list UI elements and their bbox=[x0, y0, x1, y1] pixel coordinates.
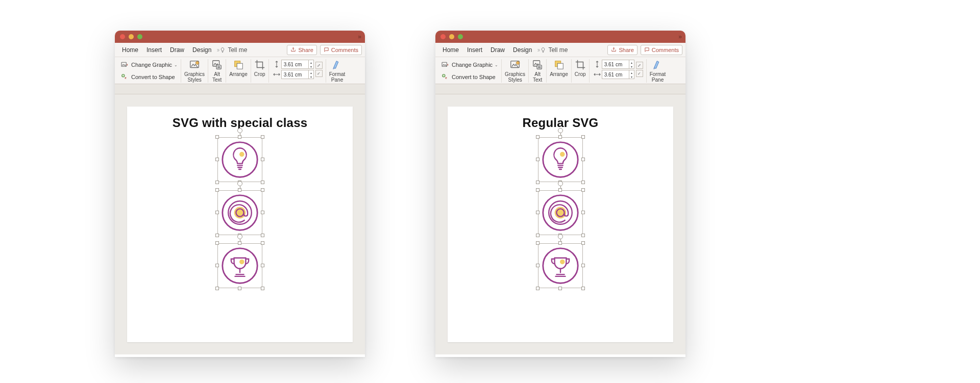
share-icon bbox=[290, 47, 296, 53]
trophy-circle-icon bbox=[219, 245, 260, 286]
convert-to-shape-button[interactable]: Convert to Shape bbox=[120, 72, 175, 82]
traffic-lights[interactable] bbox=[120, 34, 142, 39]
selected-graphic-trophy[interactable] bbox=[538, 243, 583, 288]
titlebar[interactable]: » bbox=[435, 31, 685, 43]
height-field[interactable]: 3.61 cm bbox=[281, 60, 309, 69]
rotate-handle-icon[interactable] bbox=[558, 234, 563, 239]
width-icon bbox=[272, 70, 281, 79]
height-stepper[interactable]: ▴▾ bbox=[629, 60, 634, 69]
tab-design[interactable]: Design bbox=[509, 46, 536, 54]
height-field[interactable]: 3.61 cm bbox=[602, 60, 629, 69]
rotate-handle-icon[interactable] bbox=[558, 128, 563, 133]
tell-me-label: Tell me bbox=[228, 46, 247, 54]
selected-graphic-at[interactable] bbox=[538, 190, 583, 235]
alt-text-button[interactable]: Alt Text bbox=[211, 59, 223, 83]
tab-insert[interactable]: Insert bbox=[142, 46, 166, 54]
change-graphic-button[interactable]: Change Graphic ⌄ bbox=[440, 60, 498, 69]
close-icon[interactable] bbox=[120, 34, 125, 39]
svg-point-27 bbox=[560, 260, 565, 265]
app-window-left: » Home Insert Draw Design ›› Tell me Sha… bbox=[115, 31, 365, 357]
app-window-right: » Home Insert Draw Design ›› Tell me Sha… bbox=[435, 31, 685, 357]
size-check-icon[interactable]: ✓ bbox=[636, 70, 643, 77]
graphics-styles-icon bbox=[189, 59, 200, 70]
close-icon[interactable] bbox=[440, 34, 446, 39]
arrange-button[interactable]: Arrange bbox=[550, 59, 568, 77]
slide[interactable]: SVG with special class bbox=[127, 107, 353, 342]
at-circle-icon bbox=[540, 192, 581, 233]
minimize-icon[interactable] bbox=[129, 34, 134, 39]
height-stepper[interactable]: ▴▾ bbox=[309, 60, 314, 69]
comments-button[interactable]: Comments bbox=[320, 45, 362, 55]
arrange-icon bbox=[553, 59, 565, 70]
width-field[interactable]: 3.61 cm bbox=[281, 70, 309, 79]
tab-design[interactable]: Design bbox=[188, 46, 215, 54]
share-button[interactable]: Share bbox=[287, 45, 316, 55]
convert-to-shape-button[interactable]: Convert to Shape bbox=[440, 72, 496, 82]
svg-rect-20 bbox=[557, 63, 563, 69]
slide-canvas-area[interactable]: Regular SVG bbox=[435, 94, 685, 354]
svg-point-12 bbox=[223, 248, 257, 283]
change-graphic-icon bbox=[120, 60, 129, 69]
tab-insert[interactable]: Insert bbox=[463, 46, 486, 54]
tell-me-label: Tell me bbox=[548, 46, 568, 54]
slide-canvas-area[interactable]: SVG with special class bbox=[115, 94, 365, 354]
comment-icon bbox=[324, 47, 329, 53]
share-button[interactable]: Share bbox=[607, 45, 637, 55]
tab-home[interactable]: Home bbox=[438, 46, 463, 54]
rotate-handle-icon[interactable] bbox=[558, 181, 563, 186]
format-pane-button[interactable]: Format Pane bbox=[329, 59, 346, 83]
dropdown-icon: ⌄ bbox=[495, 63, 498, 67]
rotate-handle-icon[interactable] bbox=[237, 128, 242, 133]
minimize-icon[interactable] bbox=[449, 34, 454, 39]
tell-me-search[interactable]: Tell me bbox=[219, 46, 247, 54]
svg-point-13 bbox=[239, 260, 244, 265]
expand-size-icon[interactable]: ⤢ bbox=[636, 62, 643, 69]
graphics-styles-icon bbox=[509, 59, 521, 70]
tab-draw[interactable]: Draw bbox=[486, 46, 509, 54]
graphics-styles-button[interactable]: Graphics Styles bbox=[184, 59, 205, 83]
expand-size-icon[interactable]: ⤢ bbox=[315, 62, 323, 69]
collapse-icon[interactable]: » bbox=[358, 33, 360, 40]
share-icon bbox=[611, 47, 617, 53]
width-field[interactable]: 3.61 cm bbox=[602, 70, 629, 79]
tab-home[interactable]: Home bbox=[118, 46, 142, 54]
crop-button[interactable]: Crop bbox=[254, 59, 265, 77]
zoom-icon[interactable] bbox=[137, 34, 142, 39]
tell-me-search[interactable]: Tell me bbox=[540, 46, 568, 54]
traffic-lights[interactable] bbox=[440, 34, 463, 39]
zoom-icon[interactable] bbox=[458, 34, 463, 39]
format-pane-button[interactable]: Format Pane bbox=[650, 59, 666, 83]
width-stepper[interactable]: ▴▾ bbox=[309, 70, 314, 79]
selected-graphic-bulb[interactable] bbox=[217, 137, 262, 182]
bulb-circle-icon bbox=[540, 139, 581, 180]
crop-button[interactable]: Crop bbox=[575, 59, 586, 77]
selected-graphic-bulb[interactable] bbox=[538, 137, 583, 182]
rotate-handle-icon[interactable] bbox=[237, 181, 242, 186]
graphics-styles-button[interactable]: Graphics Styles bbox=[505, 59, 525, 83]
size-check-icon[interactable]: ✓ bbox=[315, 70, 323, 77]
slide[interactable]: Regular SVG bbox=[448, 107, 673, 342]
selected-graphic-at[interactable] bbox=[217, 190, 262, 235]
svg-rect-6 bbox=[237, 63, 242, 69]
overflow-icon: ›› bbox=[215, 46, 219, 54]
convert-shape-icon bbox=[120, 72, 129, 82]
alt-text-button[interactable]: Alt Text bbox=[532, 59, 543, 83]
svg-point-22 bbox=[560, 152, 565, 157]
titlebar[interactable]: » bbox=[115, 31, 365, 43]
at-circle-icon bbox=[219, 192, 260, 233]
collapse-icon[interactable]: » bbox=[678, 33, 680, 40]
change-graphic-button[interactable]: Change Graphic ⌄ bbox=[120, 60, 178, 69]
format-pane-icon bbox=[332, 59, 343, 70]
width-stepper[interactable]: ▴▾ bbox=[629, 70, 634, 79]
alt-text-icon bbox=[211, 59, 223, 70]
ribbon-tabs: Home Insert Draw Design ›› Tell me Share… bbox=[115, 43, 365, 57]
rotate-handle-icon[interactable] bbox=[237, 234, 242, 239]
tab-draw[interactable]: Draw bbox=[166, 46, 188, 54]
selected-graphic-trophy[interactable] bbox=[217, 243, 262, 288]
crop-icon bbox=[575, 59, 586, 70]
svg-point-1 bbox=[122, 74, 125, 77]
alt-text-icon bbox=[532, 59, 543, 70]
comments-button[interactable]: Comments bbox=[641, 45, 682, 55]
arrange-button[interactable]: Arrange bbox=[229, 59, 248, 77]
ribbon-tabs: Home Insert Draw Design ›› Tell me Share… bbox=[435, 43, 685, 57]
